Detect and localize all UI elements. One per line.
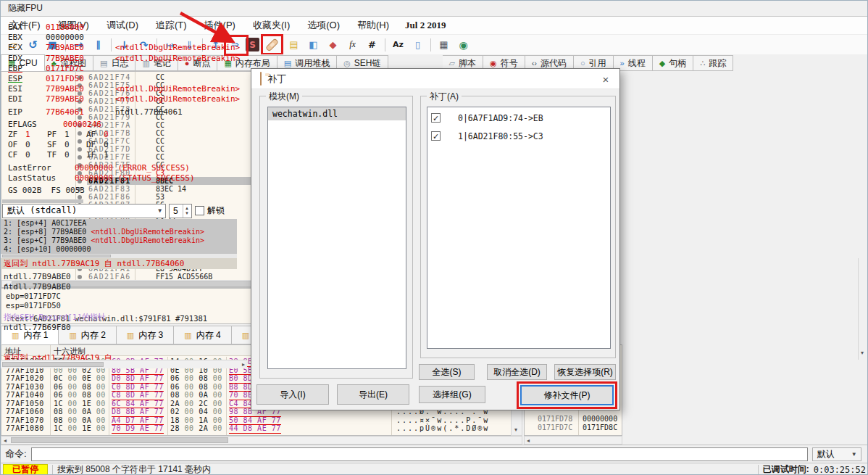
scroll-left-icon[interactable]: ◂ [527,437,530,444]
hint-line: 返回到 ntdll.77B9AC19 自 [4,353,237,360]
hint-line: 指向SEH_Record[1]的指针 [4,313,237,323]
register-row[interactable]: ECX77B9ABE0<ntdll.DbgUiRemoteBreakin> [8,43,247,53]
register-row[interactable]: EBP0171FD7C [8,64,247,74]
text-segment: 1 [64,130,86,140]
arguments-view[interactable]: 1: [esp+4] A0C17EEA2: [esp+8] 77B9ABE0 <… [1,219,237,254]
dump-row[interactable]: 77AF107008 00 0A 00A4 D7 AF 7718 00 1A 0… [1,416,522,425]
patch-description: 0|6A7F1AD9:74->EB [458,113,543,123]
text-segment: 0 [104,140,109,149]
text-segment: EDI [8,94,46,104]
dump-bytes-group: 06 00 08 00 [170,383,222,392]
text-segment: 返回到 ntdll.77B9AC19 自 ntdll.77B64060 [4,259,184,268]
register-row[interactable]: EDX77B9ABE0<ntdll.DbgUiRemoteBreakin> [8,54,247,64]
dump-byte: 0A [82,416,96,424]
register-row[interactable]: EAX01186000 [8,22,247,33]
text-segment: IF [86,150,104,160]
argument-row[interactable]: 4: [esp+10] 00000000 [4,245,237,254]
scroll-down-icon[interactable]: ▾ [514,426,517,433]
select-all-button[interactable]: 全选(S) [419,364,475,380]
command-mode-select[interactable]: 默认 ▼ [812,447,861,461]
scroll-thumb[interactable] [2,362,104,367]
register-row[interactable]: ESI77B9ABE0<ntdll.DbgUiRemoteBreakin> [8,84,247,94]
patch-list-item[interactable]: ✓0|6A7F1AD9:74->EB [427,110,610,125]
command-mode-value: 默认 [817,448,835,460]
export-button[interactable]: 导出(E) [337,384,409,405]
argument-row[interactable]: 3: [esp+C] 77B9ABE0 <ntdll.DbgUiRemoteBr… [4,236,237,245]
dump-byte: 00 [185,374,199,382]
text-segment: 4: [esp+10] 00000000 [4,245,91,253]
dump-hscrollbar[interactable]: ◂ [1,436,522,445]
text-segment: 00000000 [46,33,84,42]
text-segment: 3: [esp+C] 77B9ABE0 [4,236,91,244]
register-row[interactable]: EDI77B9ABE0<ntdll.DbgUiRemoteBreakin> [8,94,247,104]
register-row[interactable]: EBX00000000 [8,33,247,43]
modules-list[interactable]: wechatwin.dll [267,107,406,369]
stack-hscrollbar[interactable]: ◂ [524,436,622,445]
scroll-left-icon[interactable]: ◂ [4,437,7,444]
stack-row[interactable]: 0171FD7800000000 [525,415,622,424]
register-row[interactable]: EIP77B64061ntdll.77B64061 [8,107,247,117]
dump-row[interactable]: 77AF10801C 00 1E 0070 D9 AE 7728 00 2A 0… [1,424,522,433]
text-segment: 0171FD7C [46,64,84,73]
chevron-down-icon[interactable]: ▼ [158,207,162,214]
deselect-all-button[interactable]: 取消全选(D) [487,364,547,380]
registers-pane[interactable]: 隐藏FPU EAX01186000EBX00000000ECX77B9ABE0<… [1,1,247,368]
dump-address: 77AF1030 [6,383,44,392]
dump-byte: 0C [54,374,68,382]
dialog-title-bar[interactable]: 补丁 × [251,69,619,89]
dump-address: 77AF1070 [6,416,44,425]
dump-byte: 18 [170,416,185,424]
registers-hscrollbar[interactable]: ▸ [1,360,247,368]
dump-byte: 00 [68,391,83,399]
spinner-arrows-icon[interactable]: ▲▼ [183,205,191,218]
dump-byte: 00 [96,424,106,432]
restore-selected-button[interactable]: 恢复选择项(R) [554,364,616,380]
stack-row[interactable]: 0171FD7C0171FD8C [525,424,622,432]
argument-row[interactable]: 2: [esp+8] 77B9ABE0 <ntdll.DbgUiRemoteBr… [4,228,237,236]
register-row[interactable]: EFLAGS00000246 [8,120,247,130]
text-segment: DF [86,140,104,150]
register-row[interactable]: ESP0171FD50 [8,74,247,84]
text-segment: 0 [25,140,47,150]
argument-count-stepper[interactable]: 5 ▲▼ [169,204,192,218]
calling-convention-select[interactable]: 默认 (stdcall) ▼ [2,204,166,218]
scroll-thumb[interactable] [11,437,228,443]
text-segment: ZF [8,130,25,140]
text-segment: LastError [8,163,75,173]
dump-byte: 00 [213,391,222,399]
scroll-thumb[interactable] [2,255,111,257]
hide-fpu-button[interactable]: 隐藏FPU [1,1,247,17]
register-row[interactable]: OF0SF0DF0 [8,140,247,150]
dialog-close-icon[interactable]: × [596,71,615,87]
dump-byte: 08 [170,391,185,399]
command-input[interactable] [31,447,808,461]
dump-bytes-group: 08 00 0A 00 [54,416,106,425]
module-list-item[interactable]: wechatwin.dll [268,107,406,120]
import-button[interactable]: 导入(I) [256,384,329,405]
register-row[interactable]: LastStatus00000000 (STATUS_SUCCESS) [8,173,247,183]
patches-list[interactable]: ✓0|6A7F1AD9:74->EB✓1|6AD21F80:55->C3 [427,107,611,349]
dump-byte: 00 [96,400,106,408]
patch-list-item[interactable]: ✓1|6AD21F80:55->C3 [427,128,610,144]
scroll-right-icon[interactable]: ▸ [242,361,245,368]
dump-byte: 08 [82,383,96,391]
patch-checkbox[interactable]: ✓ [431,131,441,141]
dump-byte: 1A [199,416,213,424]
select-group-button[interactable]: 选择组(G) [419,386,485,403]
stack-value: 00000000 [583,415,617,424]
dump-byte: 28 [170,424,185,432]
chevron-down-icon[interactable]: ▼ [851,451,857,458]
register-row[interactable]: ZF1PF1AF0 [8,130,247,140]
text-segment: CF [8,150,25,160]
dump-byte: 1C [54,400,68,408]
stack-value: 0171FD8C [583,424,617,432]
patch-file-button[interactable]: 修补文件(P) [520,385,614,405]
register-row[interactable]: LastError00000000 (ERROR_SUCCESS) [8,163,247,173]
text-segment: EDX [8,54,46,64]
patch-checkbox[interactable]: ✓ [431,113,441,123]
register-row[interactable]: GS 002B FS 0053 [8,186,247,196]
dump-bytes-group: 06 00 08 00 [54,391,106,400]
argument-row[interactable]: 1: [esp+4] A0C17EEA [4,219,237,228]
register-row[interactable]: CF0TF0IF1 [8,150,247,160]
unlock-checkbox[interactable] [195,206,204,215]
